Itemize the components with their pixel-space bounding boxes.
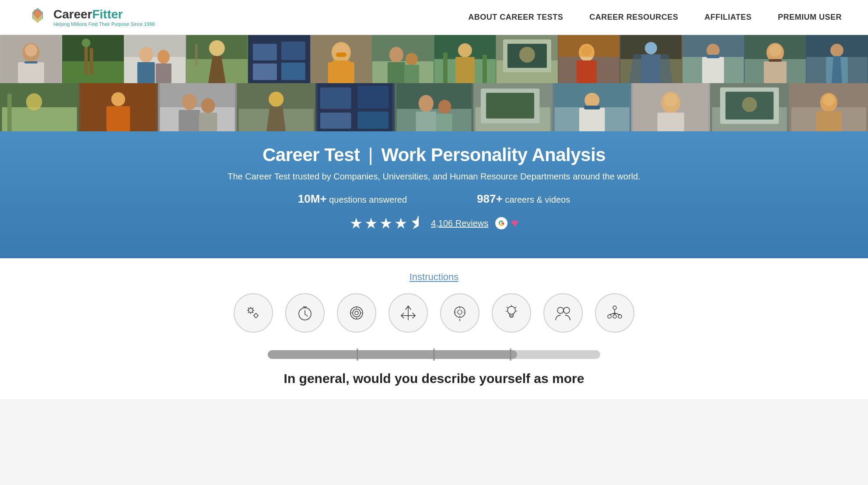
timer-icon-circle[interactable]: [285, 293, 325, 333]
heart-icon: ♥: [511, 216, 518, 230]
svg-point-33: [334, 44, 347, 57]
nav-premium-user[interactable]: PREMIUM USER: [778, 13, 842, 22]
svg-point-119: [661, 92, 680, 113]
nav-career-resources[interactable]: CAREER RESOURCES: [589, 13, 678, 22]
logo[interactable]: CareerFitter Helping Millions Find Their…: [26, 6, 155, 29]
svg-rect-30: [310, 35, 371, 83]
svg-rect-83: [7, 94, 12, 131]
svg-rect-103: [396, 83, 471, 131]
svg-rect-13: [124, 35, 186, 83]
site-header: CareerFitter Helping Millions Find Their…: [0, 0, 868, 35]
icon-row: [0, 293, 868, 333]
svg-rect-86: [107, 106, 130, 131]
svg-point-85: [112, 92, 126, 106]
svg-point-139: [458, 310, 462, 314]
svg-rect-94: [239, 83, 314, 131]
svg-point-57: [581, 46, 592, 56]
question-text: In general, would you describe yourself …: [26, 371, 842, 386]
svg-rect-93: [199, 112, 217, 131]
mind-icon: [450, 303, 469, 323]
profile-icon: [553, 303, 573, 323]
mind-icon-circle[interactable]: [440, 293, 480, 333]
svg-rect-36: [372, 35, 434, 83]
svg-rect-8: [63, 35, 124, 83]
svg-rect-46: [443, 53, 448, 83]
instructions-container: Instructions: [0, 271, 868, 283]
svg-point-82: [26, 93, 42, 110]
svg-rect-65: [682, 57, 744, 83]
svg-rect-75: [806, 35, 868, 83]
svg-rect-32: [328, 62, 354, 83]
svg-rect-56: [577, 60, 597, 83]
gears-icon-circle[interactable]: [234, 293, 273, 333]
svg-point-15: [139, 47, 153, 63]
svg-rect-11: [90, 48, 93, 74]
stat-questions-label: questions answered: [329, 195, 407, 204]
progress-marker-3: [510, 348, 511, 361]
svg-marker-22: [208, 56, 226, 83]
svg-rect-58: [558, 35, 620, 57]
logo-career: Career: [53, 7, 92, 21]
svg-rect-113: [554, 83, 629, 131]
svg-rect-128: [791, 107, 866, 131]
svg-marker-63: [629, 54, 673, 83]
svg-rect-111: [481, 88, 539, 123]
nav-about-career-tests[interactable]: ABOUT CAREER TESTS: [468, 13, 563, 22]
career-image-r2-3: [158, 83, 237, 131]
lightbulb-head-icon-circle[interactable]: [492, 293, 531, 333]
logo-fitter: Fitter: [92, 7, 123, 21]
svg-rect-41: [404, 65, 419, 83]
svg-rect-112: [486, 93, 534, 119]
svg-point-105: [419, 95, 434, 112]
svg-rect-91: [178, 110, 200, 131]
career-image-1: [0, 35, 62, 83]
stat-careers-number: 987+: [477, 192, 503, 205]
svg-point-132: [248, 308, 253, 313]
career-image-11: [620, 35, 682, 83]
svg-rect-100: [358, 86, 389, 108]
target-icon-circle[interactable]: [337, 293, 376, 333]
svg-rect-120: [657, 112, 684, 131]
svg-point-115: [584, 93, 599, 108]
svg-point-40: [406, 53, 418, 65]
svg-point-126: [742, 97, 757, 112]
svg-rect-5: [18, 62, 44, 83]
svg-rect-29: [281, 63, 305, 80]
svg-rect-59: [620, 35, 682, 83]
svg-rect-72: [763, 61, 786, 83]
career-image-4: [186, 35, 248, 83]
career-image-r2-2: [79, 83, 158, 131]
nav-affiliates[interactable]: AFFILIATES: [704, 13, 752, 22]
profile-icon-circle[interactable]: [543, 293, 583, 333]
directions-icon-circle[interactable]: [388, 293, 428, 333]
svg-point-38: [389, 47, 403, 63]
svg-rect-35: [336, 53, 346, 57]
reviews-link[interactable]: 4,106 Reviews: [431, 218, 488, 228]
svg-rect-108: [436, 114, 452, 131]
svg-rect-116: [579, 108, 605, 131]
svg-rect-88: [160, 83, 234, 131]
image-strip-bottom: [0, 83, 868, 131]
svg-rect-24: [248, 35, 310, 83]
svg-rect-98: [318, 83, 392, 131]
star-4: ★: [394, 214, 407, 232]
hero-title-part2: Work Personality Analysis: [381, 144, 606, 165]
logo-text: CareerFitter Helping Millions Find Their…: [53, 8, 155, 27]
svg-rect-23: [195, 44, 198, 66]
image-strip-top: [0, 35, 868, 83]
svg-point-92: [201, 98, 215, 113]
svg-rect-122: [712, 83, 787, 131]
network-icon-circle[interactable]: [595, 293, 634, 333]
progress-track: [268, 350, 600, 359]
svg-point-107: [438, 100, 451, 114]
svg-point-52: [519, 47, 535, 63]
career-image-8: [434, 35, 496, 83]
instructions-link[interactable]: Instructions: [410, 271, 459, 282]
svg-point-44: [458, 43, 472, 57]
progress-marker-1: [357, 348, 358, 361]
career-image-r2-7: [473, 83, 552, 131]
svg-point-131: [822, 95, 834, 106]
svg-point-66: [707, 44, 720, 57]
svg-rect-50: [503, 39, 551, 72]
svg-rect-49: [497, 60, 558, 83]
